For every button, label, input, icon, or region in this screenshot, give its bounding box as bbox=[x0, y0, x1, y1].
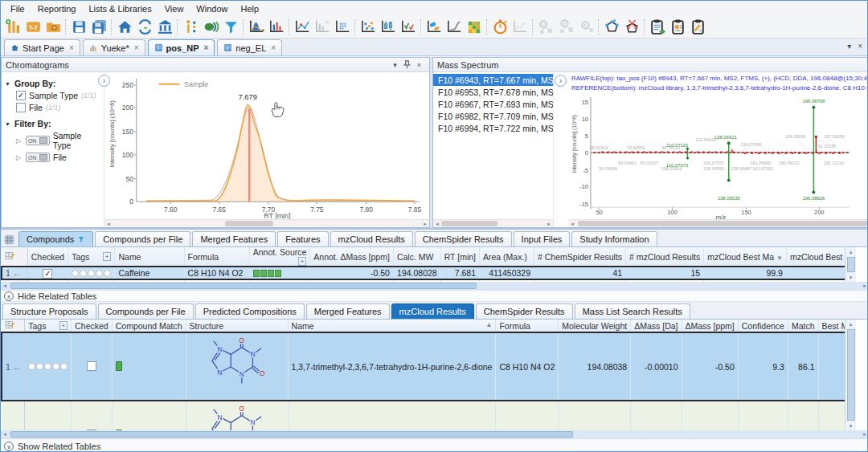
show-related-tables-bar[interactable]: ∨ Show Related Tables bbox=[1, 438, 868, 452]
chromatogram-chart[interactable]: Sample 250 200 150 100 50 0 bbox=[104, 72, 429, 227]
save-all-icon[interactable] bbox=[89, 18, 109, 36]
menu-view[interactable]: View bbox=[158, 2, 190, 15]
spectrum-hscrollbar[interactable]: ◂ ▸ bbox=[568, 219, 868, 227]
table-properties-icon[interactable] bbox=[5, 251, 15, 261]
sample-type-checkbox[interactable]: ✓ bbox=[16, 91, 26, 100]
scan-list-item[interactable]: F10 #6994, RT=7.722 min, MS2, bbox=[433, 122, 553, 134]
tab-compounds-per-file[interactable]: Compounds per File bbox=[95, 231, 190, 246]
close-tab-icon[interactable]: × bbox=[271, 43, 276, 52]
table-menu-icon[interactable] bbox=[4, 234, 15, 246]
row-checkbox[interactable]: ✓ bbox=[43, 269, 52, 279]
close-document-icon[interactable]: × bbox=[858, 42, 862, 51]
node-graph-b-icon[interactable]: B bbox=[556, 18, 576, 36]
group-sample-type[interactable]: ✓ Sample Type (1/1) bbox=[16, 91, 101, 100]
clipboard-edit-icon[interactable] bbox=[688, 18, 708, 36]
validation-chart-icon[interactable] bbox=[399, 18, 419, 36]
timer-icon[interactable] bbox=[490, 18, 510, 36]
menu-window[interactable]: Window bbox=[190, 2, 234, 15]
col-name[interactable]: Name bbox=[115, 247, 184, 267]
panel-menu-icon[interactable]: ▾ bbox=[389, 61, 401, 69]
line-chart-icon[interactable] bbox=[293, 18, 313, 36]
col-compound-match[interactable]: Compound Match bbox=[112, 320, 186, 332]
close-tab-icon[interactable]: × bbox=[134, 43, 139, 52]
row-checkbox[interactable] bbox=[87, 361, 96, 371]
col-match[interactable]: Match bbox=[788, 320, 818, 332]
mzcloud-vscrollbar[interactable]: ▴▾ bbox=[845, 320, 856, 430]
visibility-icon[interactable] bbox=[201, 18, 221, 36]
mzcloud-row-2[interactable]: 2 ← bbox=[2, 401, 856, 430]
table-properties-icon[interactable] bbox=[5, 320, 15, 330]
mzcloud-row-1[interactable]: 1 ← bbox=[2, 332, 856, 401]
filter-file[interactable]: ▷ ON File bbox=[16, 153, 101, 162]
workflow-icon[interactable] bbox=[135, 18, 155, 36]
hide-related-tables-bar[interactable]: ∧ Hide Related Tables bbox=[1, 290, 868, 302]
queue-icon[interactable] bbox=[3, 18, 23, 36]
scan-list-hscrollbar[interactable]: ◂ ▸ bbox=[433, 219, 553, 227]
menu-file[interactable]: File bbox=[4, 2, 31, 15]
mzcloud-hscrollbar[interactable]: ◂ ▸ bbox=[1, 430, 868, 438]
tab-pos-np[interactable]: pos_NP × bbox=[148, 39, 215, 55]
group-file[interactable]: File (1/1) bbox=[16, 103, 101, 112]
molecule-icon[interactable] bbox=[602, 18, 622, 36]
clipboard-settings-icon[interactable] bbox=[668, 18, 688, 36]
trend-chart-icon[interactable] bbox=[444, 18, 465, 36]
blob-chart-icon[interactable] bbox=[424, 18, 444, 36]
spectrum-plot[interactable]: 15 10 5 0 -5 -10 -15 Intensity [counts] … bbox=[568, 94, 858, 219]
scan-list-item[interactable]: F10 #6967, RT=7.693 min, MS2, bbox=[433, 98, 553, 110]
bar-chart-icon[interactable] bbox=[267, 18, 287, 36]
menu-help[interactable]: Help bbox=[234, 2, 265, 15]
tab-rel-mzcloud-results[interactable]: mzCloud Results bbox=[391, 303, 474, 319]
tab-start-page[interactable]: Start Page × bbox=[4, 39, 80, 55]
result-file-icon[interactable]: T-T bbox=[23, 18, 43, 36]
col-mzcloud-results[interactable]: # mzCloud Results bbox=[626, 247, 704, 267]
scan-list-item[interactable]: F10 #6943, RT=7.667 min, MS2, bbox=[433, 74, 553, 86]
home-icon[interactable] bbox=[115, 18, 135, 36]
tab-compounds[interactable]: Compounds bbox=[18, 231, 93, 246]
matrix-chart-icon[interactable] bbox=[333, 18, 353, 36]
compound-row-caffeine[interactable]: 1 ← ✓ Caffeine C8 H10 N4 O2 -0.50 194.08… bbox=[2, 267, 856, 279]
heatmap-icon[interactable] bbox=[465, 18, 485, 36]
tab-rel-chemspider-results[interactable]: ChemSpider Results bbox=[476, 303, 573, 319]
col-rel-checked[interactable]: Checked bbox=[72, 320, 112, 332]
col-annot-source[interactable]: Annot. Source + bbox=[249, 247, 310, 267]
col-tags[interactable]: Tags + bbox=[68, 247, 115, 267]
chromatogram-hscrollbar[interactable]: ◂ ▸ bbox=[104, 219, 429, 227]
tab-mzcloud-results[interactable]: mzCloud Results bbox=[330, 231, 413, 246]
collapse-sidebar-button[interactable]: › bbox=[98, 75, 110, 87]
col-checked[interactable]: Checked bbox=[27, 247, 68, 267]
collapse-scanlist-button[interactable]: › bbox=[555, 75, 567, 87]
tab-study-information[interactable]: Study Information bbox=[571, 231, 657, 246]
col-mzcloud-best-match[interactable]: mzCloud Best Ma ▼ bbox=[704, 247, 787, 267]
file-checkbox[interactable] bbox=[16, 103, 26, 112]
col-confidence[interactable]: Confidence bbox=[738, 320, 788, 332]
tab-mass-list-search-results[interactable]: Mass List Search Results bbox=[575, 303, 690, 319]
col-dmass-ppm[interactable]: ΔMass [ppm] bbox=[682, 320, 738, 332]
col-annot-dmass[interactable]: Annot. ΔMass [ppm] bbox=[310, 247, 394, 267]
scatter-chart-icon[interactable] bbox=[358, 18, 379, 36]
paste-clipboard-icon[interactable] bbox=[648, 18, 668, 36]
col-rel-tags[interactable]: Tags + bbox=[25, 320, 72, 332]
col-rel-name[interactable]: Name ▲ bbox=[288, 320, 496, 332]
trendline-disabled-icon[interactable] bbox=[510, 18, 530, 36]
fragment-scissors-icon[interactable] bbox=[622, 18, 642, 36]
file-toggle[interactable]: ON bbox=[26, 153, 50, 162]
close-panel-icon[interactable]: × bbox=[413, 61, 425, 69]
tab-list-dropdown-icon[interactable]: ▾ bbox=[847, 42, 851, 51]
close-tab-icon[interactable]: × bbox=[204, 43, 209, 52]
tab-neg-el[interactable]: neg_EL × bbox=[217, 39, 282, 55]
menu-lists-libraries[interactable]: Lists & Libraries bbox=[82, 2, 158, 15]
tab-predicted-compositions[interactable]: Predicted Compositions bbox=[195, 303, 305, 319]
tags[interactable] bbox=[72, 270, 111, 277]
node-graph-m-icon[interactable]: M bbox=[536, 18, 556, 36]
col-area[interactable]: Area (Max.) bbox=[479, 247, 534, 267]
col-molecular-weight[interactable]: Molecular Weight bbox=[559, 320, 631, 332]
compounds-hscrollbar[interactable]: ◂ ▸ bbox=[1, 282, 868, 290]
tab-input-files[interactable]: Input Files bbox=[514, 231, 571, 246]
tab-rel-merged-features[interactable]: Merged Features bbox=[306, 303, 390, 319]
node-graph-k-icon[interactable]: K bbox=[576, 18, 596, 36]
sample-type-toggle[interactable]: ON bbox=[26, 136, 50, 145]
col-formula[interactable]: Formula bbox=[184, 247, 249, 267]
box-plot-icon[interactable] bbox=[379, 18, 399, 36]
tab-chemspider-results[interactable]: ChemSpider Results bbox=[415, 231, 512, 246]
col-rel-formula[interactable]: Formula bbox=[496, 320, 559, 332]
